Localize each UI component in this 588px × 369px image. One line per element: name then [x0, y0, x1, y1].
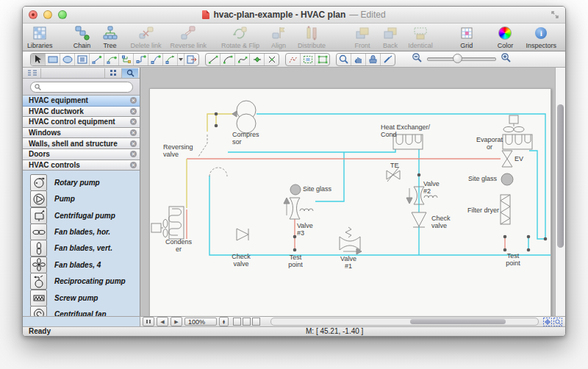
sidebar-item-hvac-equipment[interactable]: HVAC equipment✕: [23, 96, 140, 107]
next-page-button[interactable]: ▶: [171, 317, 182, 326]
vertical-scrollbar[interactable]: [555, 68, 565, 316]
grid-button[interactable]: Grid: [456, 26, 477, 49]
stamp-tool[interactable]: [366, 54, 381, 65]
front-button[interactable]: Front: [352, 26, 373, 49]
prev-page-button[interactable]: ◀: [157, 317, 168, 326]
check-valve-mid-symbol[interactable]: [412, 212, 426, 227]
document-page[interactable]: Reversing valve Compres sor Heat Exchang…: [149, 88, 551, 316]
horizontal-scrollbar[interactable]: [270, 318, 539, 326]
line-tool[interactable]: [206, 54, 220, 65]
identical-button[interactable]: Identical: [408, 26, 433, 49]
delete-link-button[interactable]: Delete link: [131, 26, 162, 49]
check-valve-left-symbol[interactable]: [237, 229, 248, 240]
sidebar-item-hvac-controls[interactable]: HVAC controls✕: [23, 160, 140, 171]
zoom-tool[interactable]: [337, 54, 351, 65]
sidebar-item-hvac-control-equipment[interactable]: HVAC control equipment✕: [23, 117, 140, 128]
filter-dryer-symbol[interactable]: [501, 195, 510, 224]
trace-tool[interactable]: [286, 54, 301, 65]
liquid-lines[interactable]: [187, 159, 505, 250]
vertical-scrollbar-thumb[interactable]: [557, 104, 564, 248]
zoom-stepper[interactable]: ▲▼: [219, 317, 229, 326]
chain-button[interactable]: Chain: [72, 26, 93, 49]
spline-tool[interactable]: [235, 54, 250, 65]
remove-library-icon[interactable]: ✕: [130, 108, 137, 115]
list-item-fan-blades-vert[interactable]: Fan blades, vert.: [30, 240, 140, 257]
align-button[interactable]: Align: [268, 26, 289, 49]
select-area-tool[interactable]: [301, 54, 315, 65]
sidebar-item-walls-shell-structure[interactable]: Walls, shell and structure✕: [23, 138, 140, 149]
rectangle-tool[interactable]: [46, 54, 60, 65]
pan-tool[interactable]: [351, 54, 366, 65]
inspectors-button[interactable]: i Inspectors: [526, 26, 556, 49]
valve1-symbol[interactable]: [340, 227, 362, 254]
library-grid-view-button[interactable]: [104, 68, 121, 78]
suction-lines[interactable]: [209, 114, 551, 255]
list-item-centrifugal-pump[interactable]: Centrifugal pump: [30, 207, 140, 223]
connector-smart-tool[interactable]: [163, 54, 178, 65]
connector-tree-tool[interactable]: [119, 54, 134, 65]
color-button[interactable]: Color: [495, 26, 515, 49]
remove-library-icon[interactable]: ✕: [130, 140, 137, 147]
sidebar-item-doors[interactable]: Doors✕: [23, 149, 140, 160]
page-icon[interactable]: [252, 318, 260, 326]
page-icon[interactable]: [243, 318, 251, 326]
reversing-valve-symbol[interactable]: [198, 135, 227, 176]
list-item-reciprocating-pump[interactable]: Reciprocating pump: [30, 273, 140, 290]
zoom-level-value[interactable]: 100%: [184, 318, 217, 326]
title-bar[interactable]: hvac-plan-example - HVAC plan — Edited: [23, 7, 565, 24]
arc-tool[interactable]: [220, 54, 235, 65]
compressor-symbol[interactable]: [232, 101, 256, 133]
libraries-button[interactable]: Libraries: [27, 26, 53, 49]
library-tree-view-button[interactable]: [24, 68, 41, 78]
reverse-link-button[interactable]: Reverse link: [171, 26, 207, 49]
sidebar-item-windows[interactable]: Windows✕: [23, 128, 140, 139]
close-button[interactable]: [29, 10, 37, 19]
connector-direct-tool[interactable]: [90, 54, 104, 65]
diagram-drawing[interactable]: [150, 89, 551, 316]
transform-tool[interactable]: [315, 54, 329, 65]
zoom-in-icon[interactable]: [501, 52, 512, 66]
drawing-canvas[interactable]: Reversing valve Compres sor Heat Exchang…: [140, 68, 565, 316]
image-tool[interactable]: [75, 54, 90, 65]
pause-button[interactable]: [143, 317, 154, 326]
zoom-button[interactable]: [58, 10, 67, 19]
zoom-out-icon[interactable]: [412, 52, 423, 66]
remove-library-icon[interactable]: ✕: [130, 129, 137, 136]
page-icon[interactable]: [233, 318, 241, 326]
connector-elbow-tool[interactable]: [134, 54, 148, 65]
list-item-pump[interactable]: Pump: [30, 191, 140, 207]
remove-library-icon[interactable]: ✕: [130, 118, 137, 125]
list-item-centrifugal-fan[interactable]: Centrifugal fan: [30, 306, 140, 316]
connector-dropdown-icon[interactable]: [178, 54, 184, 65]
remove-library-icon[interactable]: ✕: [130, 151, 137, 157]
actual-size-icon[interactable]: [543, 318, 552, 326]
fullscreen-icon[interactable]: [550, 10, 560, 20]
site-glass-right-symbol[interactable]: [501, 173, 513, 185]
minimize-button[interactable]: [43, 10, 52, 19]
list-item-rotary-pump[interactable]: Rotary pump: [30, 174, 140, 190]
valve3-symbol[interactable]: [284, 198, 313, 219]
remove-library-icon[interactable]: ✕: [130, 162, 137, 168]
ev-valve-symbol[interactable]: [502, 151, 512, 167]
site-glass-mid-symbol[interactable]: [290, 184, 301, 195]
list-item-fan-blades-hor[interactable]: Fan blades, hor.: [30, 223, 140, 240]
split-tool[interactable]: [265, 54, 279, 65]
condenser-symbol[interactable]: [151, 207, 184, 239]
sidebar-item-hvac-ductwork[interactable]: HVAC ductwork✕: [23, 107, 140, 118]
export-tool[interactable]: [184, 54, 198, 65]
connector-curve-tool[interactable]: [104, 54, 119, 65]
evaporator-symbol[interactable]: [503, 115, 532, 149]
edit-points-tool[interactable]: [250, 54, 265, 65]
search-field[interactable]: [30, 82, 133, 93]
remove-library-icon[interactable]: ✕: [130, 97, 137, 104]
discharge-lines[interactable]: [187, 114, 236, 208]
tree-button[interactable]: Tree: [100, 26, 121, 49]
distribute-button[interactable]: Distribute: [298, 26, 326, 49]
rotate-flip-button[interactable]: Rotate & Flip: [221, 26, 259, 49]
format-brush-tool[interactable]: [381, 54, 395, 65]
list-item-screw-pump[interactable]: Screw pump: [30, 290, 140, 306]
fit-page-icon[interactable]: [553, 318, 562, 326]
zoom-slider[interactable]: [427, 57, 496, 61]
zoom-slider-thumb[interactable]: [453, 54, 462, 63]
library-search-button[interactable]: [121, 68, 138, 78]
